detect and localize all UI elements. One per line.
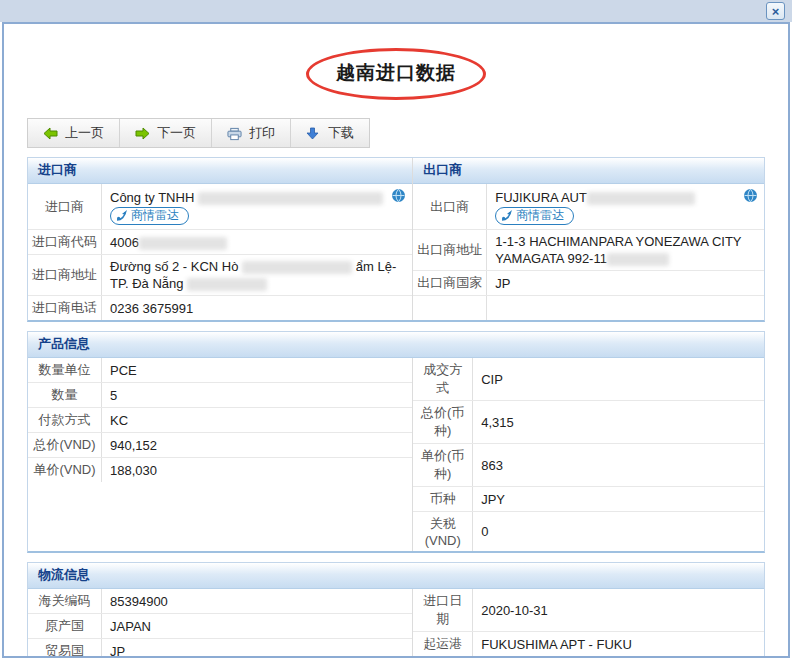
exporter-address-value: 1-1-3 HACHIMANPARA YONEZAWA CITY YAMAGAT… bbox=[487, 230, 764, 270]
section-logistics-info: 物流信息 海关编码85394900 原产国JAPAN 贸易国JP 运输方式 物流… bbox=[27, 562, 765, 658]
exporter-country-value: JP bbox=[487, 271, 764, 295]
cell-value: JP bbox=[102, 639, 412, 658]
table-row: 总价(币种)4,315 bbox=[413, 401, 764, 444]
table-row: 进口商代码 4006 bbox=[28, 230, 412, 255]
table-row: 成交方式CIP bbox=[413, 358, 764, 401]
globe-icon[interactable] bbox=[391, 188, 406, 203]
importer-address-value: Đường số 2 - KCN Hò ẩm Lệ- TP. Đà Nẵng bbox=[102, 255, 412, 295]
redacted-text bbox=[587, 192, 695, 205]
business-radar-badge[interactable]: 商情雷达 bbox=[110, 207, 189, 225]
redacted-text bbox=[198, 192, 383, 205]
table-row: 数量单位PCE bbox=[28, 358, 412, 383]
table-row: 进口商地址 Đường số 2 - KCN Hò ẩm Lệ- TP. Đà … bbox=[28, 255, 412, 296]
globe-icon[interactable] bbox=[743, 188, 758, 203]
print-button[interactable]: 打印 bbox=[212, 119, 291, 147]
table-row: 原产国JAPAN bbox=[28, 614, 412, 639]
importer-address-label: 进口商地址 bbox=[28, 255, 102, 295]
radar-icon bbox=[116, 209, 128, 221]
cell-value: JAPAN bbox=[102, 614, 412, 638]
next-page-label: 下一页 bbox=[157, 124, 196, 142]
logistics-section-header: 物流信息 bbox=[28, 563, 764, 589]
product-section-header: 产品信息 bbox=[28, 332, 764, 358]
prev-page-button[interactable]: 上一页 bbox=[28, 119, 120, 147]
printer-icon bbox=[227, 127, 242, 140]
exporter-country-label: 出口商国家 bbox=[413, 271, 487, 295]
dialog-panel: 越南进口数据 上一页 下一页 打印 下载 bbox=[2, 22, 790, 658]
cell-value: PCE bbox=[102, 358, 412, 382]
print-label: 打印 bbox=[249, 124, 275, 142]
table-row: 进口商电话 0236 3675991 bbox=[28, 296, 412, 320]
table-row: 付款方式KC bbox=[28, 408, 412, 433]
table-row: 海关编码85394900 bbox=[28, 589, 412, 614]
cell-value: 2020-10-31 bbox=[473, 589, 764, 631]
table-row: 出口商 FUJIKURA AUT 商情雷达 bbox=[413, 184, 764, 230]
redacted-text bbox=[242, 261, 352, 274]
table-row: 起运港FUKUSHIMA APT - FUKU bbox=[413, 632, 764, 657]
next-page-button[interactable]: 下一页 bbox=[120, 119, 212, 147]
toolbar: 上一页 下一页 打印 下载 bbox=[27, 118, 370, 148]
table-row: 单价(VND)188,030 bbox=[28, 458, 412, 482]
download-button[interactable]: 下载 bbox=[291, 119, 369, 147]
redacted-text bbox=[607, 253, 669, 266]
importer-name-value: Công ty TNHH 商情雷达 bbox=[102, 184, 412, 229]
importer-phone-label: 进口商电话 bbox=[28, 296, 102, 320]
importer-name-label: 进口商 bbox=[28, 184, 102, 229]
cell-value: 4,315 bbox=[473, 401, 764, 443]
table-row: 贸易国JP bbox=[28, 639, 412, 658]
cell-value: CIP bbox=[473, 358, 764, 400]
cell-value: 188,030 bbox=[102, 458, 412, 482]
table-row: 关税(VND)0 bbox=[413, 512, 764, 551]
empty-row bbox=[413, 296, 764, 320]
cell-value: FUKUSHIMA APT - FUKU bbox=[473, 632, 764, 656]
redacted-text bbox=[139, 237, 227, 250]
importer-phone-value: 0236 3675991 bbox=[102, 296, 412, 320]
table-row: 总价(VND)940,152 bbox=[28, 433, 412, 458]
title-area: 越南进口数据 bbox=[27, 48, 765, 102]
arrow-left-icon bbox=[43, 127, 58, 140]
cell-value: 863 bbox=[473, 444, 764, 486]
cell-value: 0 bbox=[473, 512, 764, 551]
table-row: 单价(币种)863 bbox=[413, 444, 764, 487]
exporter-name-label: 出口商 bbox=[413, 184, 487, 229]
redacted-text bbox=[187, 278, 267, 291]
table-row: 进口日期2020-10-31 bbox=[413, 589, 764, 632]
cell-value: 940,152 bbox=[102, 433, 412, 457]
download-label: 下载 bbox=[328, 124, 354, 142]
exporter-section-header: 出口商 bbox=[413, 158, 764, 184]
section-trader-info: 进口商 进口商 Công ty TNHH 商情雷达 bbox=[27, 157, 765, 322]
radar-icon bbox=[501, 209, 513, 221]
table-row: 出口商地址 1-1-3 HACHIMANPARA YONEZAWA CITY Y… bbox=[413, 230, 764, 271]
cell-value: KC bbox=[102, 408, 412, 432]
cell-value: JPY bbox=[473, 487, 764, 511]
prev-page-label: 上一页 bbox=[65, 124, 104, 142]
table-row: 币种JPY bbox=[413, 487, 764, 512]
business-radar-badge[interactable]: 商情雷达 bbox=[495, 207, 574, 225]
dialog-titlebar: × bbox=[0, 0, 792, 22]
download-arrow-icon bbox=[306, 127, 321, 140]
close-icon[interactable]: × bbox=[766, 2, 785, 20]
section-product-info: 产品信息 数量单位PCE 数量5 付款方式KC 总价(VND)940,152 单… bbox=[27, 331, 765, 553]
exporter-address-label: 出口商地址 bbox=[413, 230, 487, 270]
importer-code-label: 进口商代码 bbox=[28, 230, 102, 254]
table-row: 进口商 Công ty TNHH 商情雷达 bbox=[28, 184, 412, 230]
page-title: 越南进口数据 bbox=[306, 48, 486, 100]
table-row: 出口商国家 JP bbox=[413, 271, 764, 296]
importer-code-value: 4006 bbox=[102, 230, 412, 254]
arrow-right-icon bbox=[135, 127, 150, 140]
cell-value: 85394900 bbox=[102, 589, 412, 613]
exporter-name-value: FUJIKURA AUT 商情雷达 bbox=[487, 184, 764, 229]
table-row: 数量5 bbox=[28, 383, 412, 408]
cell-value: 5 bbox=[102, 383, 412, 407]
importer-section-header: 进口商 bbox=[28, 158, 412, 184]
